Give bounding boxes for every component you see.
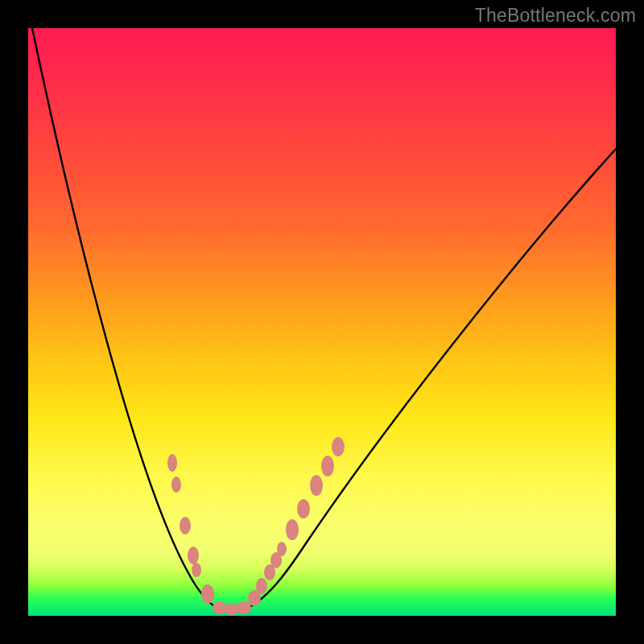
marker-1 — [171, 477, 181, 493]
marker-14 — [286, 519, 299, 540]
chart-frame: TheBottleneck.com — [0, 0, 644, 644]
marker-4 — [192, 563, 201, 577]
marker-15 — [297, 499, 310, 518]
marker-16 — [310, 475, 323, 496]
watermark-text: TheBottleneck.com — [475, 5, 636, 27]
marker-5 — [201, 584, 214, 604]
marker-0 — [167, 454, 177, 472]
marker-18 — [332, 437, 345, 456]
marker-3 — [188, 547, 199, 564]
curve-right-branch — [244, 149, 616, 609]
series-group — [32, 28, 616, 609]
curve-left-branch — [32, 28, 219, 609]
marker-13 — [277, 542, 287, 556]
marker-8 — [237, 601, 251, 614]
plot-area — [28, 28, 616, 616]
marker-10 — [256, 578, 267, 594]
marker-17 — [321, 456, 334, 477]
curves-svg — [28, 28, 616, 616]
marker-2 — [180, 517, 191, 535]
